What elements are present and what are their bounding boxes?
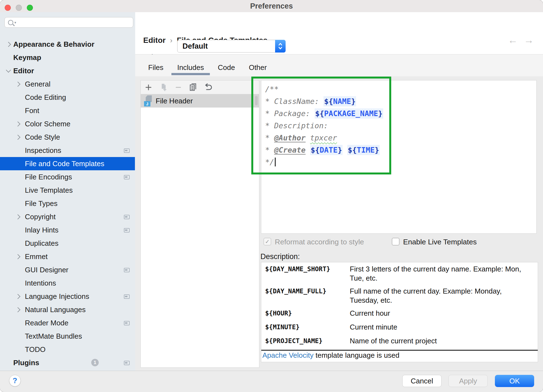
code-line: * Package: ${PACKAGE_NAME} [265, 108, 536, 120]
sidebar-item-file-and-code-templates[interactable]: File and Code Templates [0, 157, 135, 170]
chevron-down-icon[interactable] [6, 67, 11, 72]
chevron-right-icon[interactable] [15, 135, 20, 140]
sidebar-item-duplicates[interactable]: Duplicates [0, 237, 135, 250]
sidebar-item-label: Editor [13, 67, 34, 75]
sidebar-item-label: File Types [25, 199, 58, 208]
sidebar-item-inspections[interactable]: Inspections [0, 144, 135, 157]
history-nav: ← → [508, 34, 534, 46]
sidebar-item-plugins[interactable]: Plugins 1 [0, 356, 135, 369]
tab-files[interactable]: Files [142, 59, 169, 76]
duplicate-icon[interactable] [189, 83, 197, 92]
chevron-right-icon[interactable] [15, 294, 20, 299]
chevron-right-icon[interactable] [15, 121, 20, 126]
template-variable-name: ${NAME} [323, 96, 356, 106]
code-line: * @Author tpxcer [265, 132, 536, 144]
sidebar-item-label: Color Scheme [25, 120, 71, 128]
variable-description: Name of the current project [350, 336, 437, 346]
screen-settings-icon [124, 228, 130, 232]
template-tabs: Files Includes Code Other [142, 59, 275, 76]
reset-to-default-button[interactable] [204, 83, 212, 92]
remove-template-button[interactable] [174, 83, 182, 92]
breadcrumb-parent[interactable]: Editor [143, 36, 166, 45]
list-item-file-header[interactable]: J File Header [141, 94, 259, 108]
table-row: ${DAY_NAME_FULL} Full name of the curren… [265, 287, 535, 305]
sidebar-item-label: Intentions [25, 279, 56, 288]
screen-settings-icon [124, 175, 130, 179]
chevron-right-icon[interactable] [15, 82, 20, 87]
ok-button[interactable]: OK [495, 375, 534, 387]
sidebar-item-todo[interactable]: TODO [0, 343, 135, 356]
sidebar-item-textmate-bundles[interactable]: TextMate Bundles [0, 330, 135, 343]
cancel-button[interactable]: Cancel [402, 375, 442, 387]
forward-arrow-icon[interactable]: → [524, 34, 534, 46]
settings-header: Editor › File and Code Templates ← → Sch… [135, 12, 543, 54]
sidebar-item-editor[interactable]: Editor [0, 64, 135, 77]
sidebar-item-color-scheme[interactable]: Color Scheme [0, 117, 135, 130]
chevron-right-icon[interactable] [15, 307, 20, 312]
reformat-label: Reformat according to style [275, 238, 364, 246]
description-label: Description: [260, 252, 300, 261]
sidebar-item-font[interactable]: Font [0, 104, 135, 117]
preferences-window: Preferences ▾ Appearance & Behavior Keym… [0, 0, 543, 392]
sidebar-item-copyright[interactable]: Copyright [0, 210, 135, 223]
chevron-right-icon[interactable] [6, 42, 11, 47]
sidebar-item-appearance-behavior[interactable]: Appearance & Behavior [0, 38, 135, 51]
sidebar-item-code-style[interactable]: Code Style [0, 130, 135, 144]
variable-description: Current hour [350, 309, 390, 318]
sidebar-item-label: File Encodings [25, 173, 72, 181]
tab-includes[interactable]: Includes [171, 59, 210, 76]
settings-main-panel: Editor › File and Code Templates ← → Sch… [135, 12, 543, 371]
add-template-button[interactable] [144, 83, 153, 92]
sidebar-item-reader-mode[interactable]: Reader Mode [0, 316, 135, 330]
chevron-right-icon[interactable] [15, 214, 20, 219]
copy-template-button[interactable] [159, 83, 168, 92]
tab-label: Files [148, 63, 163, 72]
sidebar-item-label: Font [25, 106, 39, 115]
sidebar-item-inlay-hints[interactable]: Inlay Hints [0, 223, 135, 237]
back-arrow-icon[interactable]: ← [508, 34, 518, 46]
variable-name: ${DAY_NAME_SHORT} [265, 265, 350, 283]
sidebar-item-gui-designer[interactable]: GUI Designer [0, 263, 135, 276]
reformat-checkbox: ✓ [263, 238, 271, 245]
enable-live-templates-checkbox[interactable] [392, 238, 400, 245]
sidebar-item-file-encodings[interactable]: File Encodings [0, 170, 135, 184]
sidebar-item-intentions[interactable]: Intentions [0, 276, 135, 290]
template-variable-time: ${TIME} [347, 145, 380, 155]
templates-toolbar [141, 80, 259, 94]
template-editor[interactable]: /** * ClassName: ${NAME} * Package: ${PA… [261, 80, 537, 234]
chevron-right-icon[interactable] [15, 254, 20, 259]
search-input[interactable] [16, 18, 133, 27]
apache-velocity-link[interactable]: Apache Velocity [262, 351, 314, 359]
sidebar-item-natural-languages[interactable]: Natural Languages [0, 303, 135, 316]
sidebar-item-general[interactable]: General [0, 77, 135, 91]
sidebar-item-label: Emmet [25, 252, 48, 261]
screen-settings-icon [124, 361, 130, 365]
templates-list-panel: J File Header [140, 80, 259, 368]
sidebar-item-emmet[interactable]: Emmet [0, 250, 135, 263]
variable-description: First 3 letters of the current day name.… [350, 265, 531, 283]
settings-search-box[interactable]: ▾ [4, 17, 133, 28]
sidebar-item-keymap[interactable]: Keymap [0, 51, 135, 64]
scheme-stepper-icon[interactable] [275, 40, 286, 53]
sidebar-item-label: Keymap [13, 53, 41, 62]
help-button[interactable]: ? [9, 375, 21, 386]
code-line: /** [265, 83, 536, 95]
tab-other[interactable]: Other [243, 59, 273, 76]
sidebar-item-label: Inlay Hints [25, 226, 58, 234]
window-title: Preferences [0, 0, 543, 12]
tab-label: Other [249, 63, 267, 72]
sidebar-item-live-templates[interactable]: Live Templates [0, 184, 135, 197]
sidebar-item-label: Code Style [25, 133, 60, 142]
sidebar-item-label: Appearance & Behavior [13, 40, 94, 49]
template-variable-package: ${PACKAGE_NAME} [315, 108, 383, 119]
variable-name: ${MINUTE} [265, 323, 350, 332]
list-scrollbar-thumb[interactable] [255, 96, 258, 105]
sidebar-item-label: Plugins [13, 359, 39, 367]
scheme-select[interactable]: Default [177, 40, 286, 53]
sidebar-item-label: Copyright [25, 213, 56, 221]
sidebar-item-file-types[interactable]: File Types [0, 197, 135, 210]
tab-code[interactable]: Code [212, 59, 241, 76]
sidebar-item-code-editing[interactable]: Code Editing [0, 91, 135, 104]
sidebar-item-language-injections[interactable]: Language Injections [0, 290, 135, 303]
apply-button[interactable]: Apply [448, 375, 488, 387]
